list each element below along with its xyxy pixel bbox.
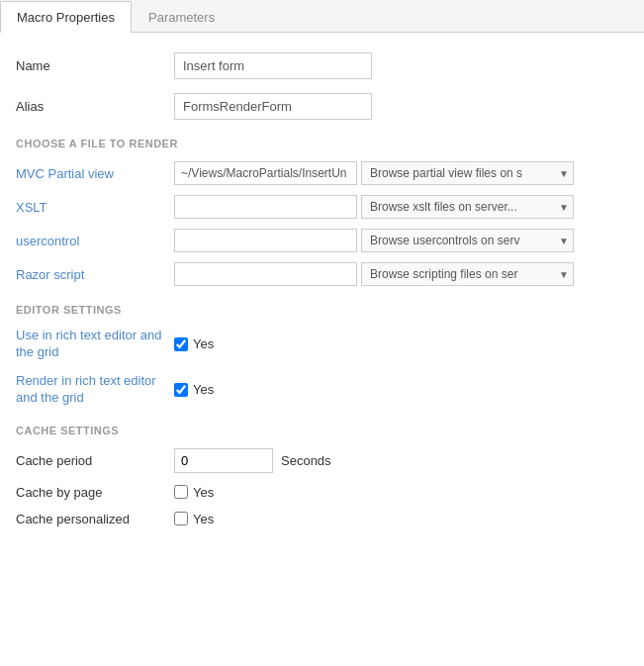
xslt-label: XSLT (16, 200, 174, 215)
razor-script-select-wrapper: Browse scripting files on ser ▼ (361, 262, 574, 286)
razor-script-select[interactable]: Browse scripting files on ser (361, 262, 574, 286)
name-input[interactable] (174, 52, 372, 79)
alias-row: Alias (16, 93, 628, 120)
alias-input[interactable] (174, 93, 372, 120)
render-in-rich-text-label: Render in rich text editor and the grid (16, 373, 174, 407)
usercontrol-label: usercontrol (16, 234, 174, 248)
seconds-label: Seconds (281, 453, 331, 468)
mvc-partial-view-select[interactable]: Browse partial view files on s (361, 161, 574, 185)
razor-script-label: Razor script (16, 267, 174, 282)
content-area: Name Alias CHOOSE A FILE TO RENDER MVC P… (0, 33, 644, 558)
name-label: Name (16, 58, 174, 73)
use-in-rich-text-checkbox-group: Yes (174, 336, 214, 351)
cache-by-page-checkbox-group: Yes (174, 485, 214, 500)
mvc-partial-view-row: MVC Partial view Browse partial view fil… (16, 161, 628, 185)
use-in-rich-text-label: Use in rich text editor and the grid (16, 328, 174, 361)
usercontrol-select-wrapper: Browse usercontrols on serv ▼ (361, 229, 574, 252)
use-in-rich-text-row: Use in rich text editor and the grid Yes (16, 328, 628, 361)
render-in-rich-text-checkbox-group: Yes (174, 382, 214, 397)
mvc-partial-view-input[interactable] (174, 161, 357, 185)
mvc-partial-view-select-wrapper: Browse partial view files on s ▼ (361, 161, 574, 185)
cache-period-input[interactable] (174, 448, 273, 473)
choose-file-section-title: CHOOSE A FILE TO RENDER (16, 138, 628, 149)
cache-personalized-row: Cache personalized Yes (16, 512, 628, 526)
render-in-rich-text-checkbox[interactable] (174, 383, 188, 397)
usercontrol-row: usercontrol Browse usercontrols on serv … (16, 229, 628, 252)
cache-period-label: Cache period (16, 453, 174, 468)
xslt-select[interactable]: Browse xslt files on server... (361, 195, 574, 219)
main-container: Macro Properties Parameters Name Alias C… (0, 0, 644, 666)
usercontrol-select[interactable]: Browse usercontrols on serv (361, 229, 574, 252)
cache-settings-section-title: CACHE SETTINGS (16, 425, 628, 436)
use-in-rich-text-yes: Yes (193, 336, 214, 351)
cache-personalized-checkbox-group: Yes (174, 512, 214, 526)
editor-settings-section-title: EDITOR SETTINGS (16, 304, 628, 316)
razor-script-input[interactable] (174, 262, 357, 286)
render-in-rich-text-yes: Yes (193, 382, 214, 397)
usercontrol-input[interactable] (174, 229, 357, 252)
xslt-select-wrapper: Browse xslt files on server... ▼ (361, 195, 574, 219)
cache-personalized-label: Cache personalized (16, 512, 174, 526)
xslt-row: XSLT Browse xslt files on server... ▼ (16, 195, 628, 219)
cache-period-row: Cache period Seconds (16, 448, 628, 473)
render-in-rich-text-row: Render in rich text editor and the grid … (16, 373, 628, 407)
cache-by-page-label: Cache by page (16, 485, 174, 500)
cache-by-page-row: Cache by page Yes (16, 485, 628, 500)
tab-parameters[interactable]: Parameters (132, 1, 231, 33)
mvc-partial-view-label: MVC Partial view (16, 166, 174, 181)
tab-bar: Macro Properties Parameters (0, 0, 644, 33)
alias-label: Alias (16, 99, 174, 114)
use-in-rich-text-checkbox[interactable] (174, 337, 188, 351)
cache-personalized-yes: Yes (193, 512, 214, 526)
cache-by-page-checkbox[interactable] (174, 485, 188, 499)
name-row: Name (16, 52, 628, 79)
razor-script-row: Razor script Browse scripting files on s… (16, 262, 628, 286)
xslt-input[interactable] (174, 195, 357, 219)
tab-macro-properties[interactable]: Macro Properties (0, 1, 132, 33)
cache-personalized-checkbox[interactable] (174, 512, 188, 525)
cache-by-page-yes: Yes (193, 485, 214, 500)
